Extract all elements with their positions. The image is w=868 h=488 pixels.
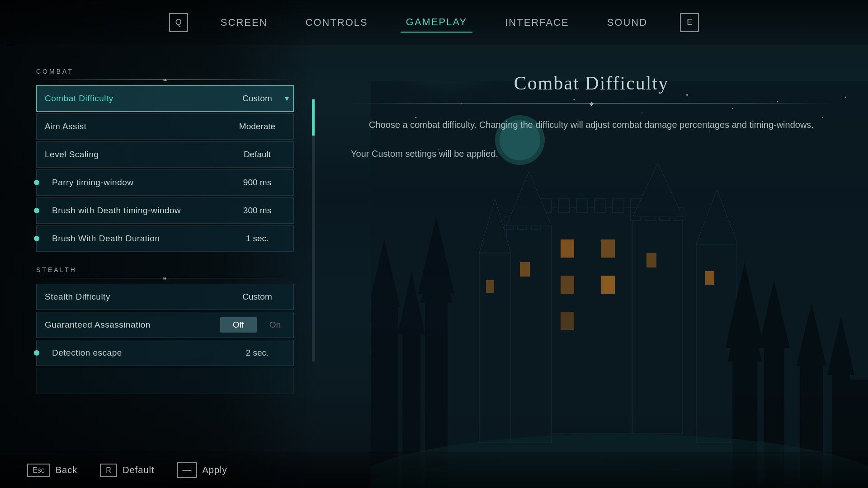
combat-difficulty-value: Custom: [230, 94, 293, 103]
apply-label: Apply: [203, 465, 227, 475]
setting-row-brush-death-timing[interactable]: Brush with Death timing-window 300 ms: [36, 197, 294, 224]
brush-death-duration-label: Brush With Death Duration: [44, 234, 230, 244]
nav-item-gameplay[interactable]: Gameplay: [401, 13, 472, 33]
scroll-thumb[interactable]: [312, 99, 315, 136]
parry-dot: [34, 180, 39, 185]
apply-button[interactable]: — Apply: [177, 462, 227, 478]
aim-assist-value: Moderate: [230, 122, 293, 131]
nav-item-interface[interactable]: Interface: [500, 13, 574, 32]
stealth-divider: [36, 278, 294, 278]
detail-description: Choose a combat difficulty. Changing the…: [351, 117, 832, 132]
toggle-on[interactable]: On: [257, 317, 293, 333]
nav-item-controls[interactable]: Controls: [300, 13, 373, 32]
detail-panel: Combat Difficulty Choose a combat diffic…: [315, 45, 868, 452]
detail-divider: [351, 103, 832, 103]
brush-death-timing-value: 300 ms: [230, 206, 293, 216]
apply-key: —: [177, 462, 197, 478]
brush-death-timing-dot: [34, 208, 39, 213]
setting-row-combat-difficulty[interactable]: Combat Difficulty Custom: [36, 85, 294, 112]
scroll-track[interactable]: [312, 99, 315, 361]
guaranteed-assassination-label: Guaranteed Assassination: [37, 320, 220, 330]
brush-death-duration-value: 1 sec.: [230, 234, 293, 244]
stealth-section-label: STEALTH: [36, 266, 312, 273]
combat-difficulty-label: Combat Difficulty: [37, 94, 230, 103]
detection-escape-dot: [34, 350, 39, 356]
nav-item-sound[interactable]: Sound: [602, 13, 653, 32]
combat-section-label: COMBAT: [36, 68, 312, 75]
parry-timing-value: 900 ms: [230, 178, 293, 188]
stealth-difficulty-value: Custom: [230, 292, 293, 302]
toggle-container[interactable]: Off On: [220, 317, 293, 333]
parry-timing-label: Parry timing-window: [44, 178, 230, 188]
setting-row-guaranteed-assassination[interactable]: Guaranteed Assassination Off On: [36, 312, 294, 338]
combat-divider: [36, 80, 294, 80]
detail-title: Combat Difficulty: [351, 72, 832, 94]
nav-bar: Q Screen Controls Gameplay Interface Sou…: [0, 0, 868, 45]
setting-row-stealth-difficulty[interactable]: Stealth Difficulty Custom: [36, 284, 294, 310]
settings-panel: COMBAT Combat Difficulty Custom Aim Assi…: [0, 45, 312, 452]
setting-row-brush-death-duration[interactable]: Brush With Death Duration 1 sec.: [36, 225, 294, 252]
level-scaling-value: Default: [230, 150, 293, 160]
aim-assist-label: Aim Assist: [37, 122, 230, 131]
back-button[interactable]: Esc Back: [27, 464, 77, 477]
nav-item-screen[interactable]: Screen: [215, 13, 273, 32]
nav-key-left[interactable]: Q: [169, 13, 188, 32]
setting-row-parry-timing[interactable]: Parry timing-window 900 ms: [36, 169, 294, 196]
detail-note: Your Custom settings will be applied.: [351, 146, 832, 161]
bottom-bar: Esc Back R Default — Apply: [0, 452, 868, 488]
setting-row-partial[interactable]: [36, 368, 294, 394]
toggle-off[interactable]: Off: [220, 317, 257, 333]
detection-escape-value: 2 sec.: [230, 348, 293, 358]
setting-row-level-scaling[interactable]: Level Scaling Default: [36, 141, 294, 168]
setting-row-detection-escape[interactable]: Detection escape 2 sec.: [36, 340, 294, 366]
stealth-difficulty-label: Stealth Difficulty: [37, 292, 230, 302]
nav-key-right[interactable]: E: [680, 13, 699, 32]
back-label: Back: [56, 465, 77, 475]
setting-row-aim-assist[interactable]: Aim Assist Moderate: [36, 113, 294, 140]
detection-escape-label: Detection escape: [44, 348, 230, 358]
level-scaling-label: Level Scaling: [37, 150, 230, 160]
default-label: Default: [123, 465, 154, 475]
default-key: R: [100, 464, 117, 477]
default-button[interactable]: R Default: [100, 464, 154, 477]
back-key: Esc: [27, 464, 50, 477]
brush-death-timing-label: Brush with Death timing-window: [44, 206, 230, 216]
brush-death-duration-dot: [34, 236, 39, 241]
main-content: COMBAT Combat Difficulty Custom Aim Assi…: [0, 45, 868, 452]
